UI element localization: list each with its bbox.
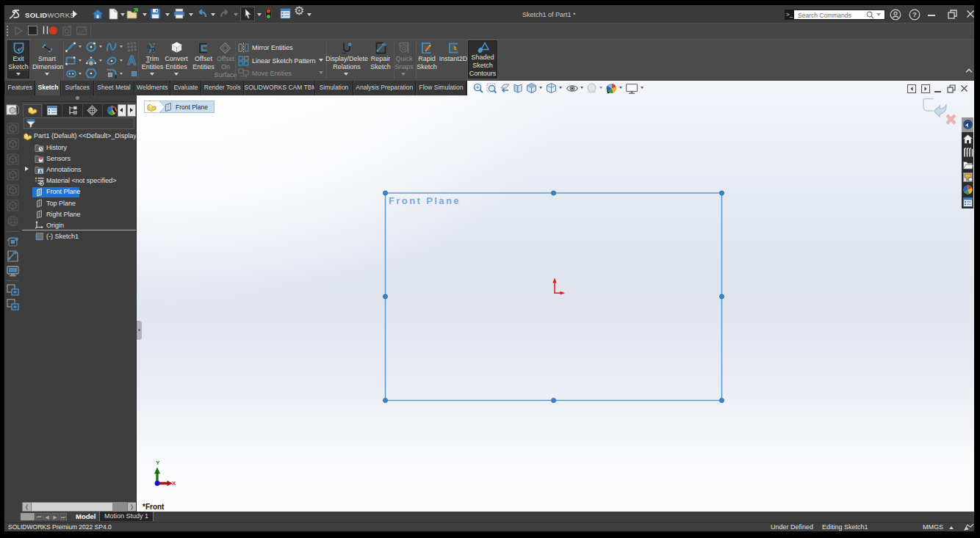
svg-text:A: A [128, 54, 137, 66]
svg-text:?: ? [912, 10, 917, 18]
svg-text:Y: Y [156, 459, 160, 466]
svg-text:X: X [172, 480, 176, 487]
